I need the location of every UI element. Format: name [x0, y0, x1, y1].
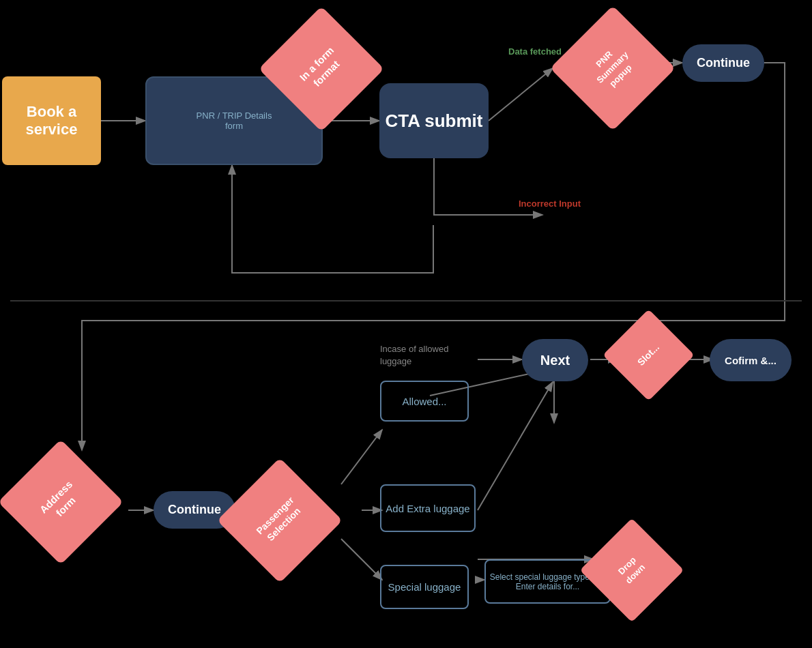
continue-top-node: Continue — [682, 44, 764, 82]
pnr-summary-label: PNR Summary popup — [581, 36, 643, 99]
special-luggage-label: Special luggage — [388, 581, 461, 593]
add-extra-luggage-label: Add Extra luggage — [386, 503, 469, 514]
svg-line-9 — [341, 430, 382, 484]
passenger-selection-label: Passenger Selection — [250, 491, 309, 550]
in-form-format-label: In a form format — [292, 40, 349, 97]
pnr-summary-wrapper: PNR Summary popup — [563, 18, 662, 117]
address-form-label: Address form — [31, 473, 89, 530]
passenger-selection-wrapper: Passenger Selection — [227, 467, 332, 573]
special-luggage-node: Special luggage — [380, 565, 469, 609]
confirm-label: Cofirm &... — [725, 355, 777, 366]
continue-top-label: Continue — [697, 56, 750, 70]
continue-mid-label: Continue — [168, 503, 221, 517]
next-label: Next — [540, 353, 570, 368]
drop-down-wrapper: Drop down — [592, 531, 671, 609]
incorrect-input-label: Incorrect Input — [519, 198, 581, 210]
cta-submit-node: CTA submit — [379, 83, 489, 158]
allowed-luggage-node: Allowed... — [380, 381, 469, 422]
allowed-luggage-label: Allowed... — [402, 396, 446, 407]
book-service-label: Book a service — [2, 103, 101, 138]
add-extra-luggage-node: Add Extra luggage — [380, 484, 476, 532]
book-a-service-node: Book a service — [2, 76, 101, 165]
svg-line-11 — [341, 539, 382, 580]
address-form-wrapper: Address form — [8, 449, 113, 555]
in-form-format-wrapper: In a form format — [268, 16, 374, 121]
form-label: PNR / TRIP Detailsform — [197, 111, 272, 131]
cta-submit-label: CTA submit — [386, 111, 483, 132]
svg-line-16 — [478, 382, 553, 510]
slot-label: Slot... — [635, 342, 661, 368]
slot-wrapper: Slot... — [614, 321, 682, 389]
confirm-node: Cofirm &... — [710, 339, 792, 381]
incase-allowed-label: Incase of allowed luggage — [380, 343, 476, 368]
flowchart-diagram: Book a service PNR / TRIP Detailsform In… — [0, 0, 812, 648]
drop-down-label: Drop down — [608, 546, 656, 594]
data-fetched-label: Data fetched — [508, 46, 562, 57]
next-node: Next — [522, 339, 588, 381]
section-divider — [10, 300, 802, 301]
